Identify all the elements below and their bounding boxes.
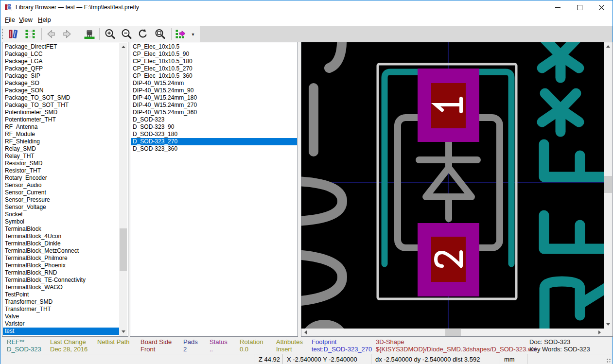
library-list-item[interactable]: Resistor_SMD (3, 160, 119, 167)
select-footprint-button[interactable] (24, 28, 36, 40)
library-list-item[interactable]: Package_TO_SOT_THT (3, 102, 119, 109)
maximize-button[interactable] (569, 0, 591, 14)
back-button[interactable] (44, 28, 57, 40)
footprint-list-item[interactable]: DIP-40_W15.24mm_180 (131, 94, 297, 102)
scroll-down-button[interactable] (119, 328, 127, 336)
library-list-item[interactable]: RF_Module (3, 131, 119, 138)
footprint-list-item[interactable]: DIP-40_W15.24mm_270 (131, 102, 297, 109)
pad-1[interactable] (418, 69, 479, 142)
library-list-item[interactable]: Sensor_Current (3, 189, 119, 196)
library-list-item[interactable]: TerminalBlock_RND (3, 269, 119, 277)
value-text-fragments (301, 42, 342, 329)
footprint-3d-export-button[interactable] (174, 28, 187, 40)
library-list-item[interactable]: Rotary_Encoder (3, 174, 119, 182)
title-bar[interactable]: Library Browser — test — E:\tmp\test/tes… (0, 0, 613, 14)
zoom-fit-button[interactable] (154, 28, 166, 40)
scroll-left-button[interactable] (301, 329, 310, 336)
library-list-item[interactable]: Potentiometer_SMD (3, 109, 119, 116)
library-list-item[interactable]: TerminalBlock (3, 225, 119, 233)
library-list-item[interactable]: Package_TO_SOT_SMD (3, 94, 119, 102)
menu-help[interactable]: Help (35, 14, 54, 26)
library-list-item[interactable]: Package_QFP (3, 65, 119, 72)
library-list-item[interactable]: Symbol (3, 218, 119, 225)
zoom-in-button[interactable] (104, 28, 116, 40)
redraw-button[interactable] (137, 28, 149, 40)
app-icon (4, 3, 12, 11)
footprint-list-item[interactable]: CP_Elec_10x10.5_180 (131, 58, 297, 65)
footprint-list: CP_Elec_10x10.5CP_Elec_10x10.5_90CP_Elec… (131, 43, 297, 336)
library-list-item[interactable]: TerminalBlock_WAGO (3, 284, 119, 291)
insert-footprint-icon (84, 28, 95, 40)
library-list-item[interactable]: TerminalBlock_Dinkle (3, 240, 119, 247)
scroll-right-button[interactable] (595, 329, 604, 336)
library-list-item[interactable]: Package_SO (3, 80, 119, 87)
library-list-item[interactable]: Sensor_Audio (3, 182, 119, 189)
library-list-item[interactable]: Package_SIP (3, 72, 119, 80)
pad-2[interactable] (418, 223, 479, 296)
library-scrollbar[interactable] (119, 43, 127, 336)
library-list-item[interactable]: TerminalBlock_4Ucon (3, 233, 119, 240)
insert-footprint-button[interactable] (83, 28, 96, 40)
footprint-list-item[interactable]: CP_Elec_10x10.5_90 (131, 51, 297, 58)
footprint-list-item[interactable]: D_SOD-323 (131, 116, 297, 123)
maximize-icon (577, 5, 582, 10)
library-list-item[interactable]: RF_Antenna (3, 123, 119, 131)
library-list-item[interactable]: Resistor_THT (3, 167, 119, 174)
footprint-list-item[interactable]: D_SOD-323_270 (131, 138, 297, 145)
library-list-item[interactable]: Relay_SMD (3, 145, 119, 153)
cursor-position: X -2.540000 Y -2.540000 (287, 356, 357, 363)
scroll-down-button[interactable] (604, 320, 613, 329)
status-bar: REF** D_SOD-323 Last Change Dec 28, 2016… (0, 337, 613, 354)
scroll-up-button[interactable] (604, 42, 613, 51)
footprint-preview-panel (301, 42, 613, 337)
close-button[interactable] (591, 0, 613, 14)
library-list-item[interactable]: Sensor_Voltage (3, 204, 119, 211)
library-list-item[interactable]: Socket (3, 211, 119, 218)
library-list-item[interactable]: Package_SON (3, 87, 119, 94)
library-list-item[interactable]: TestPoint (3, 291, 119, 298)
preview-hscrollbar[interactable] (301, 329, 604, 336)
scrollbar-thumb[interactable] (445, 329, 461, 336)
select-library-button[interactable] (7, 28, 19, 40)
scroll-up-button[interactable] (119, 43, 127, 51)
resize-grip[interactable] (606, 358, 611, 363)
scrollbar-thumb[interactable] (120, 228, 127, 271)
footprint-canvas[interactable] (301, 42, 604, 329)
library-list-item[interactable]: Varistor (3, 320, 119, 328)
minimize-icon (555, 5, 560, 10)
footprint-list-item[interactable]: DIP-40_W15.24mm_360 (131, 109, 297, 116)
forward-button[interactable] (61, 28, 74, 40)
zoom-out-button[interactable] (120, 28, 133, 40)
footprint-list-item[interactable]: CP_Elec_10x10.5_270 (131, 65, 297, 72)
library-list-item[interactable]: Transformer_SMD (3, 298, 119, 306)
library-list-item[interactable]: Package_LCC (3, 51, 119, 58)
toolbar-drag-handle[interactable] (1, 28, 3, 39)
menu-view[interactable]: View (16, 14, 36, 26)
footprint-list-item[interactable]: D_SOD-323_360 (131, 145, 297, 153)
footprint-list-item[interactable]: CP_Elec_10x10.5 (131, 43, 297, 51)
library-list-item[interactable]: Potentiometer_THT (3, 116, 119, 123)
library-list-item[interactable]: test (3, 328, 119, 335)
library-list-item[interactable]: TerminalBlock_MetzConnect (3, 247, 119, 255)
footprint-list-item[interactable]: DIP-40_W15.24mm_90 (131, 87, 297, 94)
library-browser-window: Library Browser — test — E:\tmp\test/tes… (0, 0, 613, 364)
footprint-list-item[interactable]: CP_Elec_10x10.5_360 (131, 72, 297, 80)
footprint-list-item[interactable]: D_SOD-323_180 (131, 131, 297, 138)
footprint-list-item[interactable]: DIP-40_W15.24mm (131, 80, 297, 87)
toolbar-overflow-button[interactable]: ▾ (189, 28, 197, 40)
library-list-item[interactable]: TerminalBlock_TE-Connectivity (3, 277, 119, 284)
scrollbar-thumb[interactable] (604, 176, 612, 193)
library-list-item[interactable]: RF_Shielding (3, 138, 119, 145)
select-footprint-icon (24, 28, 36, 40)
library-list-item[interactable]: TerminalBlock_Phoenix (3, 262, 119, 269)
minimize-button[interactable] (547, 0, 569, 14)
library-list-item[interactable]: Package_DirectFET (3, 43, 119, 51)
library-list-item[interactable]: Transformer_THT (3, 306, 119, 313)
library-list-item[interactable]: Package_LGA (3, 58, 119, 65)
library-list-item[interactable]: Sensor_Pressure (3, 196, 119, 204)
library-list-item[interactable]: Valve (3, 313, 119, 320)
library-list-item[interactable]: Relay_THT (3, 153, 119, 160)
preview-vscrollbar[interactable] (604, 42, 613, 329)
footprint-list-item[interactable]: D_SOD-323_90 (131, 123, 297, 131)
library-list-item[interactable]: TerminalBlock_Philmore (3, 255, 119, 262)
